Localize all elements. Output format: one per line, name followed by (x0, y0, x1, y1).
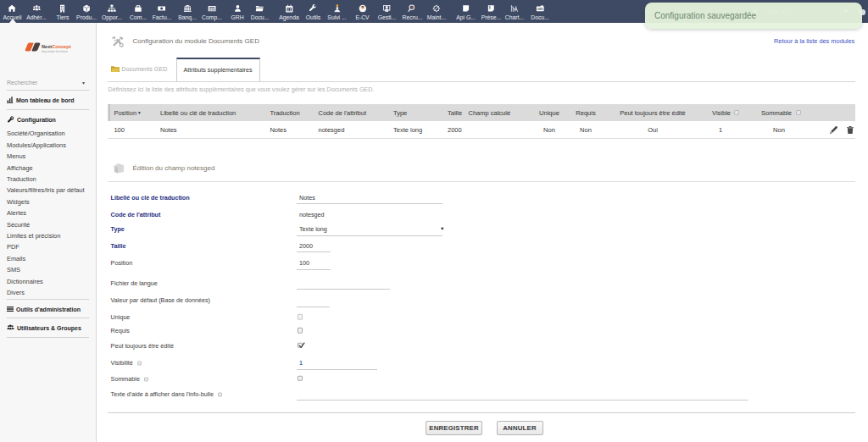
svg-text:GED: GED (537, 7, 543, 10)
